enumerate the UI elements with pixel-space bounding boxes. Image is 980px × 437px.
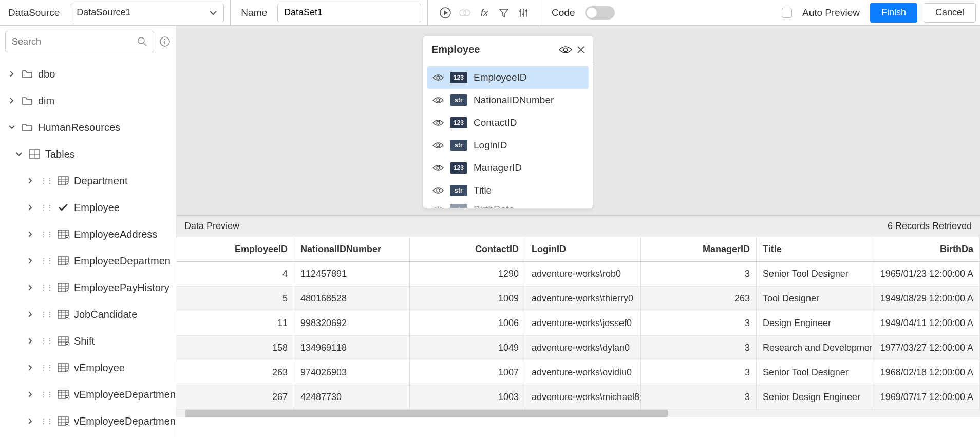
tree-item[interactable]: ⋮⋮JobCandidate	[0, 301, 176, 328]
tree-item[interactable]: dbo	[0, 61, 176, 87]
chevron-icon[interactable]	[26, 204, 35, 211]
table-row[interactable]: 54801685281009adventure-works\thierry026…	[176, 287, 980, 311]
cell: 1006	[410, 311, 525, 335]
field-row[interactable]: 123ContactID	[427, 111, 589, 134]
chevron-icon[interactable]	[7, 97, 16, 104]
field-row[interactable]: strBirthDate	[427, 202, 589, 208]
chevron-icon[interactable]	[26, 231, 35, 238]
table-row[interactable]: 41124578911290adventure-works\rob03Senio…	[176, 262, 980, 287]
datasource-select[interactable]: DataSource1	[70, 4, 224, 22]
tree-item[interactable]: HumanResources	[0, 114, 176, 141]
tree-item-icon	[58, 310, 69, 319]
search-field[interactable]	[12, 36, 137, 47]
name-input[interactable]	[277, 4, 421, 22]
column-header[interactable]: BirthDa	[872, 237, 980, 261]
sliders-icon[interactable]	[517, 7, 530, 19]
cell: 267	[176, 385, 294, 409]
field-row[interactable]: strNationalIDNumber	[427, 89, 589, 111]
grip-icon[interactable]: ⋮⋮	[40, 364, 52, 372]
chevron-icon[interactable]	[26, 177, 35, 184]
design-canvas[interactable]: Employee 123EmployeeIDstrNationalIDNumbe…	[176, 26, 980, 215]
field-row[interactable]: 123ManagerID	[427, 157, 589, 179]
field-row[interactable]: strLoginID	[427, 134, 589, 157]
fx-icon[interactable]: fx	[478, 7, 491, 19]
cell: 998320692	[294, 311, 410, 335]
grip-icon[interactable]: ⋮⋮	[40, 417, 52, 425]
table-row[interactable]: 1581349691181049adventure-works\dylan03R…	[176, 336, 980, 360]
svg-point-9	[522, 13, 524, 15]
horizontal-scrollbar[interactable]	[176, 410, 980, 417]
column-header[interactable]: ContactID	[410, 237, 525, 261]
svg-line-12	[144, 43, 146, 46]
grip-icon[interactable]: ⋮⋮	[40, 390, 52, 398]
field-label: NationalIDNumber	[474, 94, 554, 106]
eye-icon[interactable]	[559, 45, 572, 54]
eye-icon[interactable]	[432, 186, 444, 195]
cell: 112457891	[294, 262, 410, 286]
column-header[interactable]: EmployeeID	[176, 237, 294, 261]
table-row[interactable]: 267424877301003adventure-works\michael83…	[176, 385, 980, 410]
chevron-icon[interactable]	[26, 391, 35, 398]
svg-marker-1	[444, 10, 448, 15]
cell: 1969/07/17 12:00:00 A	[872, 385, 980, 409]
grip-icon[interactable]: ⋮⋮	[40, 230, 52, 238]
eye-icon[interactable]	[432, 119, 444, 127]
field-row[interactable]: 123EmployeeID	[427, 66, 589, 89]
column-header[interactable]: NationalIDNumber	[294, 237, 410, 261]
grip-icon[interactable]: ⋮⋮	[40, 257, 52, 265]
chevron-icon[interactable]	[26, 311, 35, 318]
tree-item[interactable]: ⋮⋮vEmployeeDepartmen	[0, 408, 176, 434]
play-icon[interactable]	[439, 7, 451, 19]
chevron-icon[interactable]	[26, 257, 35, 264]
tree-item[interactable]: dim	[0, 87, 176, 114]
chevron-icon[interactable]	[7, 70, 16, 78]
column-header[interactable]: Title	[757, 237, 872, 261]
eye-icon[interactable]	[432, 73, 444, 82]
eye-icon[interactable]	[432, 205, 444, 208]
cell: 1968/02/18 12:00:00 A	[872, 360, 980, 385]
tree-item[interactable]: ⋮⋮vEmployeeDepartmen	[0, 381, 176, 408]
finish-button[interactable]: Finish	[870, 3, 917, 23]
eye-icon[interactable]	[432, 141, 444, 149]
info-icon[interactable]	[159, 36, 171, 47]
field-row[interactable]: strTitle	[427, 179, 589, 202]
tree-item[interactable]: ⋮⋮Shift	[0, 328, 176, 354]
tree-item-label: Tables	[45, 148, 75, 160]
tree-item[interactable]: ⋮⋮Department	[0, 167, 176, 194]
grip-icon[interactable]: ⋮⋮	[40, 203, 52, 212]
search-input[interactable]	[5, 31, 154, 52]
table-row[interactable]: 119983206921006adventure-works\jossef03D…	[176, 311, 980, 336]
tree-item[interactable]: ⋮⋮Employee	[0, 194, 176, 221]
chevron-icon[interactable]	[14, 151, 24, 157]
filter-icon[interactable]	[498, 7, 510, 19]
chevron-icon[interactable]	[7, 125, 16, 130]
close-icon[interactable]	[577, 46, 585, 53]
autopreview-checkbox[interactable]	[782, 8, 792, 18]
grip-icon[interactable]: ⋮⋮	[40, 337, 52, 345]
column-header[interactable]: LoginID	[525, 237, 641, 261]
grip-icon[interactable]: ⋮⋮	[40, 310, 52, 318]
tree-item[interactable]: ⋮⋮EmployeePayHistory	[0, 274, 176, 301]
tree-item-icon	[29, 149, 40, 159]
link-icon[interactable]	[459, 7, 471, 19]
chevron-icon[interactable]	[26, 364, 35, 371]
chevron-icon[interactable]	[26, 417, 35, 425]
chevron-icon[interactable]	[26, 337, 35, 345]
grip-icon[interactable]: ⋮⋮	[40, 177, 52, 185]
tree-item-label: dbo	[38, 68, 55, 80]
tree-item[interactable]: ⋮⋮EmployeeDepartmen	[0, 248, 176, 274]
grip-icon[interactable]: ⋮⋮	[40, 283, 52, 292]
column-header[interactable]: ManagerID	[641, 237, 757, 261]
eye-icon[interactable]	[432, 96, 444, 104]
tree-item[interactable]: ⋮⋮vEmployee	[0, 354, 176, 381]
code-label: Code	[548, 7, 579, 18]
field-panel-title: Employee	[431, 44, 480, 55]
chevron-icon[interactable]	[26, 284, 35, 291]
cell: 480168528	[294, 287, 410, 311]
code-toggle[interactable]	[585, 6, 615, 20]
eye-icon[interactable]	[432, 164, 444, 172]
tree-item[interactable]: Tables	[0, 141, 176, 167]
cancel-button[interactable]: Cancel	[924, 3, 976, 23]
tree-item[interactable]: ⋮⋮EmployeeAddress	[0, 221, 176, 248]
table-row[interactable]: 2639740269031007adventure-works\ovidiu03…	[176, 360, 980, 385]
